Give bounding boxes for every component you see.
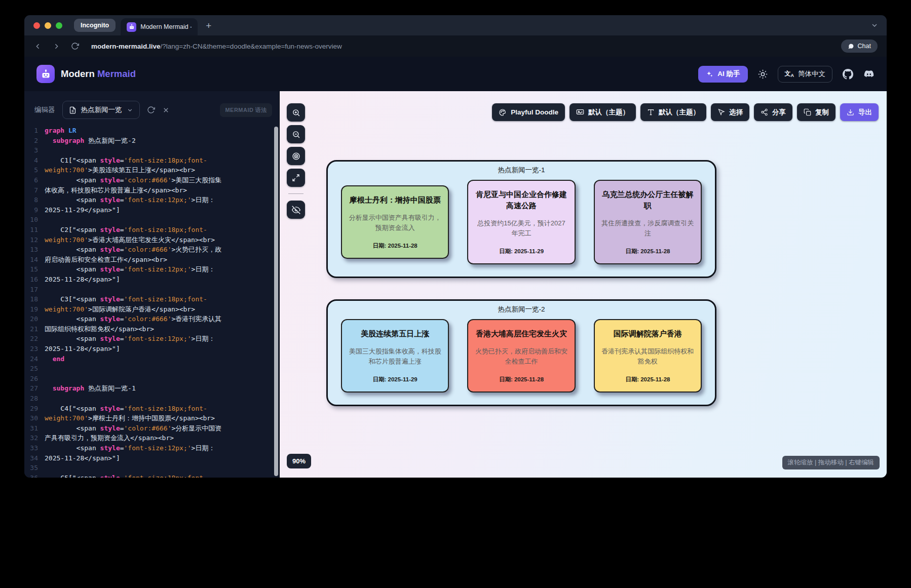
code-line[interactable]: 30weight:700'>摩根士丹利：增持中国股票</span><br> — [24, 413, 279, 423]
code-line[interactable]: 32产具有吸引力，预期资金流入</span><br> — [24, 433, 279, 443]
minimize-window-button[interactable] — [45, 22, 51, 29]
code-line[interactable]: 19weight:700'>国际调解院落户香港</span><br> — [24, 304, 279, 315]
ai-assistant-button[interactable]: AI 助手 — [698, 66, 747, 83]
code-line[interactable]: 3 — [24, 145, 279, 155]
news-card-title: 香港大埔高层住宅发生火灾 — [474, 328, 568, 339]
chevron-down-icon[interactable] — [870, 21, 879, 29]
subgraph-container[interactable]: 热点新闻一览-1摩根士丹利：增持中国股票分析显示中国资产具有吸引力，预期资金流入… — [326, 160, 716, 278]
line-number: 15 — [24, 264, 45, 275]
code-line[interactable]: 35 — [24, 463, 279, 473]
news-card[interactable]: 摩根士丹利：增持中国股票分析显示中国资产具有吸引力，预期资金流入日期: 2025… — [341, 185, 449, 259]
code-line[interactable]: 14府启动善后和安全检查工作</span><br> — [24, 255, 279, 265]
line-number: 36 — [24, 473, 45, 478]
preview-pane[interactable]: Playful Doodle 默认（主题） 默认（主题） — [280, 91, 887, 478]
code-line[interactable]: 29 C4["<span style='font-size:18px;font- — [24, 404, 279, 414]
code-line[interactable]: 12weight:700'>香港大埔高层住宅发生火灾</span><br> — [24, 235, 279, 245]
copy-button[interactable]: 复制 — [797, 103, 836, 121]
close-file-icon[interactable] — [162, 106, 170, 114]
code-line[interactable]: 2 subgraph 热点新闻一览-2 — [24, 136, 279, 146]
copy-icon — [804, 108, 811, 116]
line-number: 22 — [24, 334, 45, 344]
line-number: 20 — [24, 314, 45, 324]
code-line[interactable]: 28 — [24, 394, 279, 404]
diagram[interactable]: 热点新闻一览-1摩根士丹利：增持中国股票分析显示中国资产具有吸引力，预期资金流入… — [326, 160, 716, 406]
news-card[interactable]: 乌克兰总统办公厅主任被解职其住所遭搜查，涉反腐调查引关注日期: 2025-11-… — [594, 180, 702, 264]
news-card[interactable]: 美股连续第五日上涨美国三大股指集体收高，科技股和芯片股普遍上涨日期: 2025-… — [341, 319, 449, 393]
chat-button[interactable]: Chat — [841, 40, 878, 53]
code-line[interactable]: 15 <span style='font-size:12px;'>日期： — [24, 264, 279, 275]
share-button[interactable]: 分享 — [754, 103, 792, 121]
code-line[interactable]: 17 — [24, 285, 279, 295]
code-line[interactable]: 5weight:700'>美股连续第五日上涨</span><br> — [24, 165, 279, 175]
diagram-theme-button[interactable]: 默认（主题） — [570, 103, 636, 121]
code-line[interactable]: 11 C2["<span style='font-size:18px;font- — [24, 225, 279, 235]
line-number: 14 — [24, 255, 45, 265]
zoom-window-button[interactable] — [56, 22, 62, 29]
code-line[interactable]: 4 C1["<span style='font-size:18px;font- — [24, 155, 279, 166]
share-icon — [761, 108, 768, 116]
reload-icon[interactable] — [71, 42, 79, 50]
new-tab-button[interactable]: + — [206, 21, 211, 30]
zoom-in-icon[interactable] — [287, 103, 305, 122]
github-icon[interactable] — [843, 69, 853, 80]
code-line[interactable]: 232025-11-28</span>"] — [24, 344, 279, 354]
code-line[interactable]: 20 <span style='color:#666'>香港刊宪承认其 — [24, 314, 279, 324]
back-icon[interactable] — [33, 42, 42, 51]
line-number: 35 — [24, 463, 45, 473]
code-line[interactable]: 6 <span style='color:#666'>美国三大股指集 — [24, 175, 279, 185]
diagram-file-select[interactable]: 热点新闻一览 — [62, 101, 140, 119]
canvas-hint: 滚轮缩放 | 拖动移动 | 右键编辑 — [782, 456, 880, 469]
code-line[interactable]: 27 subgraph 热点新闻一览-1 — [24, 383, 279, 394]
light-theme-sun-icon[interactable] — [758, 69, 768, 79]
news-card[interactable]: 肯尼亚与中国企业合作修建高速公路总投资约15亿美元，预计2027年完工日期: 2… — [467, 180, 575, 264]
code-line[interactable]: 21国际组织特权和豁免权</span><br> — [24, 324, 279, 334]
code-line[interactable]: 92025-11-29</span>"] — [24, 205, 279, 215]
subgraph-container[interactable]: 热点新闻一览-2美股连续第五日上涨美国三大股指集体收高，科技股和芯片股普遍上涨日… — [326, 299, 716, 406]
export-button[interactable]: 导出 — [840, 103, 879, 121]
canvas-side-toolbar — [287, 103, 305, 219]
news-card[interactable]: 国际调解院落户香港香港刊宪承认其国际组织特权和豁免权日期: 2025-11-28 — [594, 319, 702, 393]
code-line[interactable]: 8 <span style='font-size:12px;'>日期： — [24, 195, 279, 205]
address-text[interactable]: modern-mermaid.live/?lang=zh-CN&theme=do… — [91, 43, 342, 50]
code-line[interactable]: 162025-11-28</span>"] — [24, 275, 279, 285]
code-line[interactable]: 10 — [24, 215, 279, 225]
discord-icon[interactable] — [863, 68, 875, 80]
code-line[interactable]: 22 <span style='font-size:12px;'>日期： — [24, 334, 279, 344]
chat-bubble-icon — [848, 43, 854, 50]
news-card[interactable]: 香港大埔高层住宅发生火灾火势已扑灭，政府启动善后和安全检查工作日期: 2025-… — [467, 319, 575, 393]
code-line[interactable]: 342025-11-28</span>"] — [24, 453, 279, 463]
language-switch-button[interactable]: 文A 简体中文 — [778, 66, 833, 83]
editor-scrollbar[interactable] — [274, 127, 278, 476]
code-line[interactable]: 33 <span style='font-size:12px;'>日期： — [24, 443, 279, 453]
code-line[interactable]: 13 <span style='color:#666'>火势已扑灭，政 — [24, 245, 279, 255]
app-logo-robot-icon[interactable] — [36, 65, 55, 83]
code-lines[interactable]: 1graph LR2 subgraph 热点新闻一览-234 C1["<span… — [24, 123, 279, 478]
hide-preview-eye-off-icon[interactable] — [287, 201, 305, 219]
forward-icon[interactable] — [52, 42, 61, 51]
refresh-icon[interactable] — [147, 106, 155, 114]
news-card-title: 肯尼亚与中国企业合作修建高速公路 — [474, 189, 568, 211]
code-line[interactable]: 31 <span style='color:#666'>分析显示中国资 — [24, 423, 279, 434]
code-line[interactable]: 7体收高，科技股和芯片股普遍上涨</span><br> — [24, 185, 279, 195]
reset-view-target-icon[interactable] — [287, 147, 305, 165]
fit-screen-expand-icon[interactable] — [287, 169, 305, 187]
doodle-theme-button[interactable]: Playful Doodle — [492, 103, 565, 121]
close-window-button[interactable] — [33, 22, 40, 29]
code-line[interactable]: 36 C5["<span style='font-size:18px;font — [24, 473, 279, 478]
subgraph-label: 热点新闻一览-1 — [328, 166, 715, 175]
browser-tab[interactable]: Modern Mermaid - Onli — [121, 18, 198, 35]
code-line[interactable]: 1graph LR — [24, 126, 279, 136]
syntax-badge: MERMAID 语法 — [220, 103, 272, 117]
line-number: 29 — [24, 404, 45, 414]
subgraph-label: 热点新闻一览-2 — [328, 305, 715, 314]
code-line[interactable]: 24 end — [24, 354, 279, 364]
line-number: 5 — [24, 165, 45, 175]
zoom-out-icon[interactable] — [287, 125, 305, 143]
code-line[interactable]: 25 — [24, 364, 279, 374]
select-mode-button[interactable]: 选择 — [711, 103, 749, 121]
browser-window: Incognito Modern Mermaid - Onli + modern… — [24, 15, 887, 478]
code-line[interactable]: 26 — [24, 374, 279, 384]
code-line[interactable]: 18 C3["<span style='font-size:18px;font- — [24, 294, 279, 304]
font-theme-button[interactable]: 默认（主题） — [640, 103, 706, 121]
line-number: 18 — [24, 294, 45, 304]
